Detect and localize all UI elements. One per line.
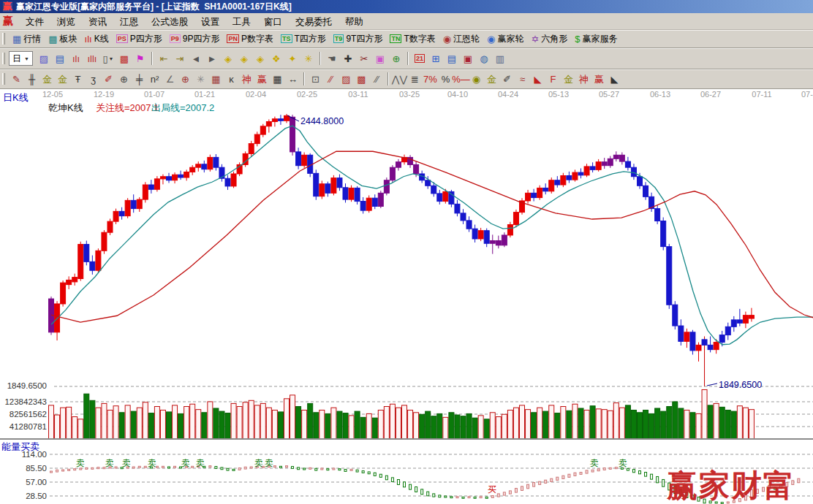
red-brush-icon[interactable]: ✐	[101, 72, 116, 86]
n2-icon[interactable]: n²	[147, 72, 162, 86]
notes-icon[interactable]: ▤	[444, 50, 460, 66]
gann-fan-icon[interactable]: ∕∕	[323, 72, 339, 86]
crosshair-icon[interactable]: ✚	[340, 50, 356, 66]
toolbar-button-t-square[interactable]: TST四方形	[277, 31, 330, 46]
go-last-icon[interactable]: ⇥	[172, 50, 188, 66]
prev-icon[interactable]: ◄	[188, 50, 204, 66]
volume-bar	[602, 410, 607, 439]
next-icon[interactable]: ►	[204, 50, 220, 66]
toolbar-button-label: T四方形	[295, 33, 326, 45]
menu-item-window[interactable]: 窗口	[257, 17, 289, 27]
target-icon[interactable]: ⊕	[388, 50, 404, 66]
menu-item-trade[interactable]: 交易委托	[289, 17, 339, 27]
menu-item-settings[interactable]: 设置	[194, 17, 226, 27]
dense-grid-icon[interactable]: ▦	[270, 72, 285, 86]
spiral-icon[interactable]: ʒ	[86, 72, 101, 86]
period-selector[interactable]: 日▼	[9, 51, 33, 66]
f-angle-icon[interactable]: F	[545, 72, 561, 86]
toolbar-button-winner-wheel[interactable]: ◉赢家轮	[483, 31, 527, 46]
four-angle-icon[interactable]: ◣	[607, 72, 622, 86]
speed-lines-icon[interactable]: ∕∕	[369, 72, 385, 86]
menu-item-browse[interactable]: 浏览	[50, 17, 82, 27]
wave-icon[interactable]: ≈	[515, 72, 530, 86]
gold-angle-icon-glyph: ◣	[534, 75, 542, 84]
print-icon[interactable]: ▥	[492, 50, 508, 66]
box-tool-icon[interactable]: ⊡	[308, 72, 323, 86]
toolbar-button-p-square[interactable]: PSP四方形	[113, 31, 166, 46]
window-icon[interactable]: ▨	[36, 50, 52, 66]
brush-icon[interactable]: ✎	[9, 72, 24, 86]
volume-bar	[355, 411, 360, 439]
volume-bar	[272, 410, 277, 439]
cut-icon[interactable]: ✂	[356, 50, 372, 66]
diamond-plus-icon[interactable]: ✳	[300, 50, 317, 66]
win-grid-icon[interactable]: 赢	[254, 72, 270, 86]
calendar-icon[interactable]: 21	[412, 50, 428, 66]
win-angle-icon[interactable]: 赢	[591, 72, 607, 86]
toolbar-button-9p-square[interactable]: P99P四方形	[166, 31, 224, 46]
toolbar-button-t-number-table[interactable]: TNT数字表	[386, 31, 439, 46]
toolbar-button-9t-square[interactable]: T99T四方形	[330, 31, 387, 46]
image-export-icon[interactable]: ◍	[476, 50, 492, 66]
hand-icon[interactable]: ☚	[324, 50, 340, 66]
diamond-h-icon[interactable]: ◈	[252, 50, 268, 66]
save-icon[interactable]: ▣	[460, 50, 476, 66]
gold-grid2-icon[interactable]: 金	[55, 72, 70, 86]
go-first-icon[interactable]: ⇤	[156, 50, 172, 66]
gold-angle-icon[interactable]: ◣	[530, 72, 545, 86]
menu-item-gann[interactable]: 江恩	[113, 17, 145, 27]
line-box-icon[interactable]: ▩	[354, 72, 369, 86]
grid-lines-icon[interactable]: ╫	[24, 72, 39, 86]
gann-circle-icon[interactable]: ⊕	[178, 72, 193, 86]
color-flag-icon[interactable]: ⚑	[132, 50, 148, 66]
indicator-mark	[427, 492, 429, 496]
date-tick-label: 05-13	[548, 90, 569, 99]
shen-grid-icon[interactable]: 神	[239, 72, 254, 86]
calculator-icon[interactable]: ⊞	[428, 50, 444, 66]
circle-grid-icon[interactable]: ⊕	[116, 72, 132, 86]
diamond-cross-icon[interactable]: ✦	[284, 50, 300, 66]
menu-item-formula-pick[interactable]: 公式选股	[145, 17, 194, 27]
toolbar-button-winner-service[interactable]: $赢家服务	[571, 31, 621, 46]
line-grid-icon[interactable]: ╪	[132, 72, 147, 86]
main-chart[interactable]: 12-0512-1901-0701-2102-0402-2503-1103-25…	[0, 89, 813, 504]
toolbar-button-hexagon[interactable]: ✡六角形	[527, 31, 571, 46]
toolbar-button-p-number-table[interactable]: PNP数字表	[223, 31, 277, 46]
menu-item-news[interactable]: 资讯	[82, 17, 113, 27]
f-grid-icon[interactable]: Ŧ	[70, 72, 86, 86]
angle-icon[interactable]: ∠	[162, 72, 178, 86]
diamond-right-icon[interactable]: ◈	[236, 50, 252, 66]
shen-angle-icon[interactable]: 神	[576, 72, 591, 86]
toolbar-button-sectors[interactable]: ▩板块	[45, 31, 80, 46]
menu-item-file[interactable]: 文件	[19, 17, 50, 27]
box-grid-icon[interactable]: ▦	[208, 72, 224, 86]
ruler-icon[interactable]: ≣	[407, 72, 423, 86]
percent-lines-icon[interactable]: %―	[453, 72, 469, 86]
zigzag-icon[interactable]: ⋀⋁	[392, 72, 407, 86]
bars-3-icon[interactable]: ılı	[68, 50, 84, 66]
toolbar-button-gann-wheel[interactable]: ◉江恩轮	[439, 31, 483, 46]
gold-circle-icon[interactable]: ◉	[469, 72, 484, 86]
volume-bar	[366, 413, 371, 439]
gold-grid-icon[interactable]: 金	[39, 72, 55, 86]
candle-style-icon[interactable]: ▯▼	[100, 50, 116, 66]
toolbar-button-quotes[interactable]: ▦行情	[9, 31, 45, 46]
percent-icon[interactable]: %	[438, 72, 453, 86]
diamond-left-icon[interactable]: ◈	[220, 50, 236, 66]
bars-9-icon[interactable]: ıllı	[84, 50, 100, 66]
percent7-icon[interactable]: 7%	[423, 72, 438, 86]
gold-line-icon[interactable]: 金	[484, 72, 499, 86]
pen-line-icon[interactable]: ✐	[499, 72, 515, 86]
gold2-angle-icon[interactable]: 金	[561, 72, 576, 86]
h-arrows-icon[interactable]: ↔	[285, 72, 300, 86]
stamp-icon[interactable]: ▣	[372, 50, 388, 66]
k-mark-icon[interactable]: ĸ	[224, 72, 239, 86]
info-doc-icon[interactable]: ▤	[52, 50, 68, 66]
toolbar-button-kline[interactable]: ılıK线	[81, 31, 113, 46]
pattern-icon[interactable]: ▩	[116, 50, 132, 66]
fan-box-icon[interactable]: ▨	[339, 72, 354, 86]
diamond-star-icon[interactable]: ❖	[268, 50, 284, 66]
menu-item-help[interactable]: 帮助	[339, 17, 370, 27]
menu-item-tools[interactable]: 工具	[226, 17, 257, 27]
star-wheel-icon[interactable]: ✳	[193, 72, 208, 86]
